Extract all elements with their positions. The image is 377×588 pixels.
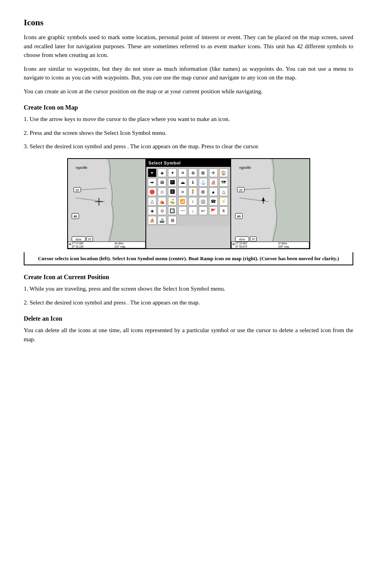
step-create-current-2: 2. Select the desired icon symbol and pr… (24, 298, 353, 307)
svg-text:97°33.139': 97°33.139' (72, 245, 83, 248)
symbol-cell[interactable]: 🏠 (219, 168, 228, 177)
symbol-cell[interactable]: ↩ (199, 206, 207, 215)
symbol-cell[interactable]: ⛺ (158, 197, 166, 206)
symbol-cell[interactable]: ☎ (209, 197, 218, 206)
symbol-cell[interactable]: ⚡ (219, 197, 228, 206)
symbol-cell[interactable]: ✕ (178, 168, 187, 177)
symbol-cell[interactable]: ➡ (148, 178, 156, 187)
symbol-cell[interactable]: △ (148, 197, 156, 206)
intro-paragraph-3: You can create an icon at the cursor pos… (24, 87, 353, 96)
symbol-cell[interactable]: ⛵ (209, 178, 218, 187)
svg-text:209° mag: 209° mag (278, 245, 289, 248)
symbol-cell[interactable]: ⊗ (188, 168, 197, 177)
symbol-cell[interactable]: ↕ (188, 197, 197, 206)
page-title: Icons (24, 16, 353, 29)
symbol-cell[interactable]: 🧍 (188, 187, 197, 196)
intro-paragraph-2: Icons are similar to waypoints, but they… (24, 64, 353, 82)
figure-right: 77 ngsville 85 40mi 77 N 27°19.962' 97°3… (231, 158, 310, 249)
svg-text:40mi: 40mi (239, 238, 245, 241)
symbol-cell[interactable]: ◈ (148, 206, 156, 215)
select-symbol-title: Select Symbol (146, 159, 230, 167)
step-create-map-2: 2. Press and the screen shows the Select… (24, 129, 353, 138)
symbol-cell[interactable]: 🅿 (168, 178, 177, 187)
svg-text:77: 77 (75, 188, 79, 192)
section-heading-create-map: Create Icon on Map (24, 103, 353, 112)
symbol-cell[interactable]: ⊙ (158, 206, 166, 215)
step-create-current-1: 1. While you are traveling, press and th… (24, 284, 353, 293)
symbol-cell[interactable]: ℹ (188, 178, 197, 187)
symbol-cell[interactable]: 🗺 (219, 178, 228, 187)
symbol-cell[interactable]: 🏛 (158, 178, 166, 187)
svg-text:77: 77 (251, 238, 254, 241)
svg-text:N: N (232, 243, 234, 246)
svg-text:27°19.962': 27°19.962' (235, 242, 247, 245)
symbol-cell[interactable]: 🏢 (199, 197, 207, 206)
symbol-cell[interactable]: ✛ (209, 168, 218, 177)
section-heading-delete: Delete an Icon (24, 314, 353, 323)
symbol-cell[interactable]: 🚩 (209, 206, 218, 215)
symbol-cell[interactable]: 🚢 (158, 216, 166, 225)
symbol-cell[interactable]: ⊞ (168, 216, 177, 225)
step-create-map-1: 1. Use the arrow keys to move the cursor… (24, 115, 353, 124)
symbol-cell[interactable]: 4 (219, 206, 228, 215)
symbol-cell[interactable]: ▲ (209, 187, 218, 196)
symbol-cell[interactable]: ⛳ (168, 197, 177, 206)
symbol-cell[interactable]: ◈ (158, 168, 166, 177)
svg-text:85: 85 (237, 215, 241, 218)
symbol-cell[interactable]: ⊠ (199, 168, 207, 177)
symbol-cell[interactable]: 🛑 (148, 187, 156, 196)
symbol-grid[interactable]: ✦ ◈ ✦ ✕ ⊗ ⊠ ✛ 🏠 ➡ 🏛 🅿 ⛰ ℹ ⚓ ⛵ 🗺 🛑 ◇ (146, 167, 230, 226)
svg-text:N: N (69, 242, 71, 245)
svg-text:ngsville: ngsville (75, 165, 87, 169)
svg-text:77: 77 (88, 238, 91, 241)
symbol-cell[interactable]: ✦ (168, 168, 177, 177)
section-heading-create-current: Create Icon at Current Position (24, 272, 353, 282)
svg-text:38.48mi: 38.48mi (114, 242, 123, 244)
symbol-cell[interactable]: 🔲 (168, 206, 177, 215)
symbol-cell[interactable]: 🅱 (168, 187, 177, 196)
symbol-cell[interactable]: ◇ (158, 187, 166, 196)
svg-text:37.69mi: 37.69mi (278, 242, 287, 245)
symbol-cell[interactable]: △ (219, 187, 228, 196)
step-create-map-3: 3. Select the desired icon symbol and pr… (24, 142, 353, 151)
svg-text:85: 85 (74, 215, 77, 218)
svg-text:97°35.876': 97°35.876' (235, 245, 247, 248)
svg-text:27°17.684': 27°17.684' (72, 242, 83, 244)
symbol-cell[interactable]: ⚓ (199, 178, 207, 187)
figures-caption: Cursor selects icon location (left). Sel… (24, 252, 353, 266)
symbol-cell[interactable]: 📶 (178, 197, 187, 206)
intro-paragraph-1: Icons are graphic symbols used to mark s… (24, 33, 353, 60)
figure-left: 77 ngsville 85 40mi 77 N 27°17.684' 97°3… (67, 158, 146, 249)
svg-text:77: 77 (239, 188, 242, 192)
svg-text:203° mag: 203° mag (114, 245, 125, 248)
svg-text:40mi: 40mi (75, 238, 81, 241)
symbol-cell[interactable]: ⊞ (199, 187, 207, 196)
symbol-cell[interactable]: ⛰ (178, 178, 187, 187)
symbol-cell[interactable]: ✦ (148, 168, 156, 177)
figure-center-select-symbol: Select Symbol ✦ ◈ ✦ ✕ ⊗ ⊠ ✛ 🏠 ➡ 🏛 🅿 ⛰ ℹ … (146, 158, 231, 249)
symbol-cell[interactable]: ≡ (178, 187, 187, 196)
symbol-cell[interactable]: ↓ (188, 206, 197, 215)
delete-body: You can delete all the icons at one time… (24, 326, 353, 344)
figures-row: 77 ngsville 85 40mi 77 N 27°17.684' 97°3… (24, 158, 353, 249)
svg-text:ngsville: ngsville (239, 165, 251, 169)
symbol-cell[interactable]: ⛵ (148, 216, 156, 225)
symbol-cell[interactable]: 〰 (178, 206, 187, 215)
